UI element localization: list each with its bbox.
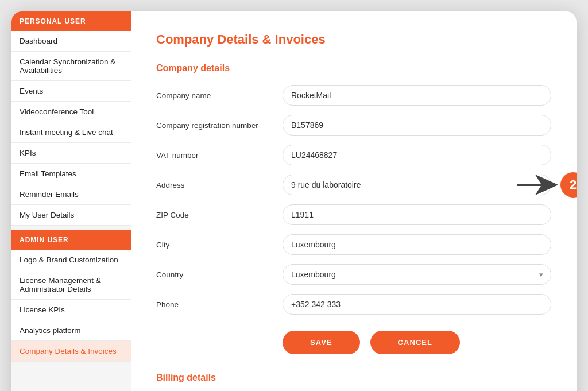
zip-row: ZIP Code (156, 204, 551, 225)
sidebar-item-email-templates[interactable]: Email Templates (11, 164, 131, 184)
sidebar-item-analytics[interactable]: Analytics platform (11, 320, 131, 341)
vat-label: VAT number (156, 151, 283, 160)
sidebar-item-license-kpis[interactable]: License KPIs (11, 300, 131, 320)
save-button[interactable]: SAVE (283, 331, 360, 354)
main-content: Company Details & Invoices Company detai… (131, 11, 577, 391)
personal-user-header: PERSONAL USER (11, 11, 131, 31)
address-label: Address (156, 181, 283, 189)
country-select-wrap: Luxembourg France Germany Belgium (283, 264, 551, 285)
address-input-wrap (283, 175, 551, 195)
company-name-label: Company name (156, 91, 283, 100)
city-row: City (156, 234, 551, 255)
sidebar-item-dashboard[interactable]: Dashboard (11, 31, 131, 52)
country-row: Country Luxembourg France Germany Belgiu… (156, 264, 551, 285)
sidebar-item-videoconference[interactable]: Videoconference Tool (11, 102, 131, 122)
city-input[interactable] (283, 234, 551, 255)
zip-label: ZIP Code (156, 211, 283, 219)
admin-user-header: ADMIN USER (11, 230, 131, 250)
company-name-row: Company name (156, 85, 551, 106)
vat-row: VAT number (156, 145, 551, 165)
company-reg-row: Company registration number (156, 115, 551, 136)
company-reg-input[interactable] (283, 115, 551, 136)
phone-row: Phone (156, 294, 551, 315)
sidebar-item-user-details[interactable]: My User Details (11, 205, 131, 226)
company-name-input[interactable] (283, 85, 551, 106)
annotation-arrow: 2 (517, 172, 577, 198)
address-row: Address 2 (156, 175, 551, 195)
phone-input-wrap (283, 294, 551, 315)
company-name-input-wrap (283, 85, 551, 106)
sidebar-item-reminder-emails[interactable]: Reminder Emails (11, 184, 131, 205)
annotation-badge: 2 (560, 172, 577, 198)
svg-marker-1 (517, 175, 558, 195)
vat-input-wrap (283, 145, 551, 165)
sidebar-item-instant-meeting[interactable]: Instant meeting & Live chat (11, 122, 131, 143)
zip-input[interactable] (283, 204, 551, 225)
city-input-wrap (283, 234, 551, 255)
company-reg-input-wrap (283, 115, 551, 136)
address-input[interactable] (283, 175, 551, 195)
page-title: Company Details & Invoices (156, 32, 551, 47)
sidebar-item-calendar[interactable]: Calendar Synchronization & Availabilitie… (11, 52, 131, 81)
phone-label: Phone (156, 300, 283, 309)
billing-section: Billing details Last Name (156, 373, 551, 391)
sidebar-item-events[interactable]: Events (11, 81, 131, 102)
app-window: PERSONAL USER Dashboard Calendar Synchro… (11, 11, 577, 391)
sidebar-item-license-mgmt[interactable]: License Management & Administrator Detai… (11, 270, 131, 300)
country-label: Country (156, 270, 283, 279)
arrow-icon (517, 172, 558, 198)
sidebar-item-logo-brand[interactable]: Logo & Brand Customization (11, 250, 131, 270)
sidebar-item-company-details[interactable]: Company Details & Invoices (11, 341, 131, 362)
buttons-row: SAVE CANCEL (283, 331, 551, 354)
phone-input[interactable] (283, 294, 551, 315)
country-select[interactable]: Luxembourg France Germany Belgium (283, 264, 551, 285)
company-reg-label: Company registration number (156, 121, 283, 130)
city-label: City (156, 241, 283, 249)
sidebar-item-kpis[interactable]: KPIs (11, 143, 131, 164)
cancel-button[interactable]: CANCEL (370, 331, 460, 354)
billing-section-title: Billing details (156, 373, 551, 383)
zip-input-wrap (283, 204, 551, 225)
sidebar: PERSONAL USER Dashboard Calendar Synchro… (11, 11, 131, 391)
company-section-title: Company details (156, 63, 551, 73)
vat-input[interactable] (283, 145, 551, 165)
